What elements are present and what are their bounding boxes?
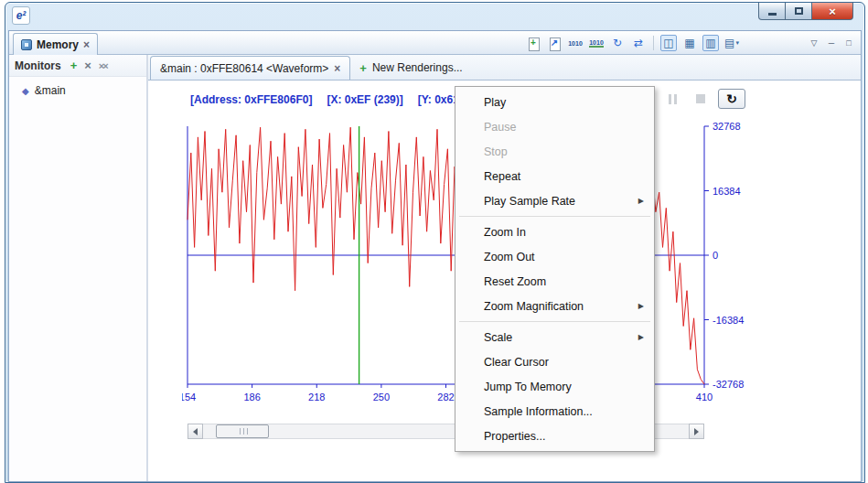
svg-text:218: 218 <box>308 392 325 402</box>
memory-view-tab[interactable]: Memory × <box>13 33 98 55</box>
new-renderings-label: New Renderings... <box>372 61 463 74</box>
new-rendering-icon[interactable]: + <box>525 35 541 51</box>
format-rendering-icon[interactable]: 1010 <box>588 35 605 51</box>
rendering-tab-close-icon[interactable]: × <box>334 64 340 73</box>
app-icon: e² <box>12 6 30 25</box>
hex-rendering-icon[interactable]: 1010 <box>567 35 584 51</box>
scroll-right-icon <box>694 428 699 435</box>
monitor-diamond-icon: ◆ <box>22 86 29 96</box>
menu-item-zoom-out[interactable]: Zoom Out <box>456 244 653 269</box>
monitor-item-main[interactable]: ◆ &main <box>22 84 146 97</box>
add-monitor-icon[interactable]: + <box>70 59 78 72</box>
menu-item-reset-zoom[interactable]: Reset Zoom <box>456 269 653 294</box>
repeat-icon: ↻ <box>726 91 737 106</box>
maximize-view-icon[interactable]: □ <box>842 35 855 51</box>
remove-all-monitors-icon[interactable]: ×× <box>99 59 107 72</box>
add-rendering-icon: + <box>359 61 367 75</box>
svg-text:32768: 32768 <box>713 123 741 132</box>
memory-view-toolbar: + ↗ 1010 1010 ↻ ⇄ ◫ ▦ ▥ ▤▾ ▽ ─ <box>525 33 855 53</box>
submenu-arrow-icon: ▶ <box>638 302 644 310</box>
menu-separator <box>459 321 650 322</box>
split-pane-icon[interactable]: ◫ <box>660 35 677 51</box>
monitors-title: Monitors <box>15 59 61 72</box>
titlebar[interactable]: e² × <box>5 3 864 28</box>
refresh-memory-icon[interactable]: ↻ <box>609 35 626 51</box>
remove-monitor-icon[interactable]: × <box>84 59 91 72</box>
stop-button[interactable] <box>690 89 712 109</box>
view-menu-icon[interactable]: ▽ <box>808 35 820 51</box>
menu-item-repeat[interactable]: Repeat <box>456 164 653 188</box>
svg-text:410: 410 <box>696 392 713 402</box>
scrollbar-thumb[interactable] <box>216 424 269 438</box>
x-status: [X: 0xEF (239)] <box>327 93 402 106</box>
monitors-tree: ◆ &main <box>9 77 146 97</box>
submenu-arrow-icon: ▶ <box>638 197 644 205</box>
maximize-button[interactable] <box>786 3 811 20</box>
memory-view-tabbar: Memory × + ↗ 1010 1010 ↻ ⇄ ◫ ▦ ▥ <box>9 31 861 55</box>
svg-text:154: 154 <box>182 392 196 402</box>
svg-text:282: 282 <box>437 392 454 402</box>
context-menu: Play Pause Stop Repeat Play Sample Rate▶… <box>455 86 655 452</box>
minimize-view-icon[interactable]: ─ <box>825 35 838 51</box>
stop-icon <box>696 94 705 103</box>
app-window: e² × Memory × + ↗ 1010 <box>5 2 865 483</box>
pause-icon <box>669 94 677 104</box>
menu-item-clear-cursor[interactable]: Clear Cursor <box>456 349 653 374</box>
menu-item-stop[interactable]: Stop <box>456 139 653 164</box>
menu-item-play-sample-rate[interactable]: Play Sample Rate▶ <box>456 188 653 213</box>
submenu-arrow-icon: ▶ <box>638 333 644 341</box>
svg-text:-16384: -16384 <box>713 315 744 326</box>
close-icon: × <box>829 5 836 18</box>
menu-item-zoom-in[interactable]: Zoom In <box>456 220 653 244</box>
menu-item-properties[interactable]: Properties... <box>456 424 653 448</box>
new-renderings-tab[interactable]: + New Renderings... <box>350 56 471 80</box>
waveform-rendering-tab[interactable]: &main : 0xFFE80614 <Waveform> × <box>150 56 350 80</box>
monitors-header: Monitors + × ×× <box>9 55 146 77</box>
waveform-tab-label: &main : 0xFFE80614 <Waveform> <box>160 62 328 75</box>
monitor-item-label: &main <box>35 84 66 97</box>
menu-separator <box>459 216 650 217</box>
maximize-icon <box>795 7 803 15</box>
scroll-right-button[interactable] <box>689 424 704 439</box>
svg-text:0: 0 <box>713 250 718 261</box>
export-memory-icon[interactable]: ↗ <box>546 35 563 51</box>
pause-button[interactable] <box>661 89 683 109</box>
memory-tab-label: Memory <box>37 38 79 51</box>
window-controls: × <box>758 3 853 20</box>
table-rendering-icon[interactable]: ▦ <box>681 35 698 51</box>
memory-view-body: Monitors + × ×× ◆ &main <box>9 55 861 481</box>
rendering-tabbar: &main : 0xFFE80614 <Waveform> × + New Re… <box>148 55 861 80</box>
address-status: [Address: 0xFFE806F0] <box>190 93 312 106</box>
svg-text:16384: 16384 <box>713 186 741 197</box>
repeat-button[interactable]: ↻ <box>718 89 745 109</box>
workbench: Memory × + ↗ 1010 1010 ↻ ⇄ ◫ ▦ ▥ <box>8 30 862 482</box>
dropdown-arrow-icon: ▾ <box>735 39 739 47</box>
menu-item-scale[interactable]: Scale▶ <box>456 325 653 349</box>
memory-view: Memory × + ↗ 1010 1010 ↻ ⇄ ◫ ▦ ▥ <box>8 30 862 482</box>
monitors-panel: Monitors + × ×× ◆ &main <box>9 55 148 481</box>
menu-item-play[interactable]: Play <box>456 90 653 114</box>
cursor-status-row: [Address: 0xFFE806F0] [X: 0xEF (239)] [Y… <box>190 93 475 106</box>
memory-tab-close-icon[interactable]: × <box>83 40 90 49</box>
menu-item-pause[interactable]: Pause <box>456 114 653 139</box>
linked-view-icon[interactable]: ▥ <box>702 35 719 51</box>
menu-item-zoom-magnification[interactable]: Zoom Magnification▶ <box>456 294 653 318</box>
screen: e² × Memory × + ↗ 1010 <box>0 0 868 483</box>
scroll-left-button[interactable] <box>188 424 203 439</box>
close-button[interactable]: × <box>811 3 853 20</box>
svg-text:186: 186 <box>243 392 260 402</box>
scroll-left-icon <box>193 428 198 435</box>
svg-text:250: 250 <box>373 392 390 402</box>
menu-item-sample-information[interactable]: Sample Information... <box>456 399 653 424</box>
memory-icon <box>21 39 32 50</box>
memory-monitor-menu-icon[interactable]: ▤▾ <box>723 35 740 51</box>
svg-text:-32768: -32768 <box>713 379 744 390</box>
minimize-icon <box>768 13 777 16</box>
toolbar-separator <box>653 36 654 50</box>
minimize-button[interactable] <box>758 3 786 20</box>
menu-item-jump-to-memory[interactable]: Jump To Memory <box>456 374 653 399</box>
link-renderings-icon[interactable]: ⇄ <box>630 35 647 51</box>
